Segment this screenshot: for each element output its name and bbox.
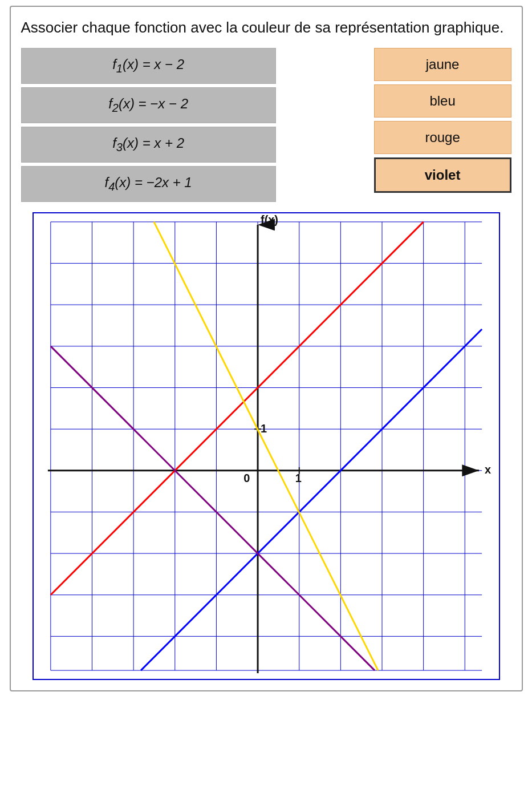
color-box-jaune[interactable]: jaune — [374, 48, 511, 81]
color-box-violet[interactable]: violet — [374, 157, 511, 193]
function-box-f1[interactable]: f1(x) = x − 2 — [21, 48, 276, 84]
y-axis-label: f(x) — [261, 213, 278, 225]
color-box-rouge[interactable]: rouge — [374, 121, 511, 154]
yellow-line-f4 — [153, 222, 377, 670]
purple-line-f2 — [50, 346, 374, 670]
function-box-f4[interactable]: f4(x) = −2x + 1 — [21, 166, 276, 202]
matching-area: f1(x) = x − 2f2(x) = −x − 2f3(x) = x + 2… — [21, 48, 511, 201]
y-unit-label: 1 — [261, 422, 267, 435]
color-box-bleu[interactable]: bleu — [374, 84, 511, 118]
red-line-f3 — [50, 222, 423, 595]
blue-line-f1 — [141, 329, 482, 670]
coordinate-graph: x f(x) 0 1 1 — [33, 212, 500, 680]
x-axis-label: x — [485, 463, 491, 475]
function-box-f3[interactable]: f3(x) = x + 2 — [21, 127, 276, 163]
instruction-text: Associer chaque fonction avec la couleur… — [21, 17, 511, 38]
x-unit-label: 1 — [295, 471, 301, 484]
graph-container: x f(x) 0 1 1 — [21, 212, 511, 680]
origin-label: 0 — [243, 471, 250, 484]
main-container: Associer chaque fonction avec la couleur… — [10, 6, 523, 691]
colors-column: jaunebleurougeviolet — [374, 48, 511, 193]
functions-column: f1(x) = x − 2f2(x) = −x − 2f3(x) = x + 2… — [21, 48, 276, 201]
function-box-f2[interactable]: f2(x) = −x − 2 — [21, 87, 276, 123]
